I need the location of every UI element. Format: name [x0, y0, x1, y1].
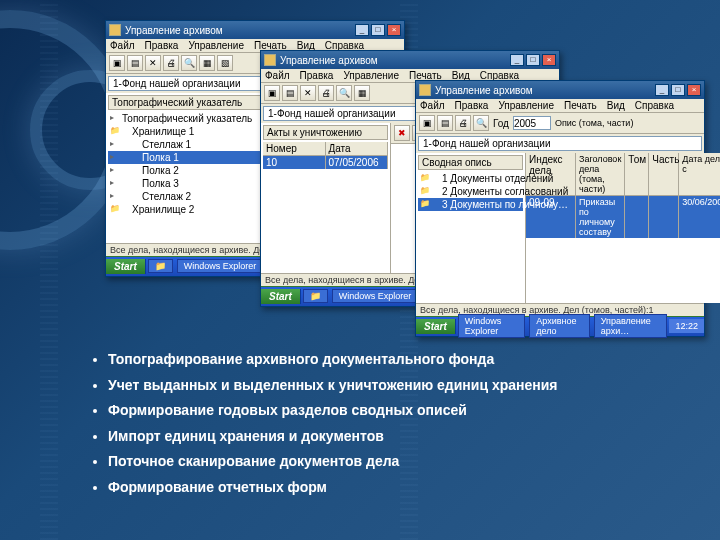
- sidebar-title: Сводная опись: [418, 155, 523, 170]
- taskbar-task[interactable]: Windows Explorer: [458, 314, 525, 338]
- menu-edit[interactable]: Правка: [145, 40, 179, 51]
- titlebar[interactable]: Управление архивом _ □ ×: [106, 21, 404, 39]
- toolbar-button[interactable]: ▣: [109, 55, 125, 71]
- cell-number: 10: [263, 156, 326, 169]
- find-icon[interactable]: 🔍: [473, 115, 489, 131]
- year-input[interactable]: [513, 116, 551, 130]
- maximize-button[interactable]: □: [671, 84, 685, 96]
- toolbar-button[interactable]: 🖨: [163, 55, 179, 71]
- toolbar: ▣ ▤ 🖨 🔍 Год Опис (тома, части): [416, 113, 704, 134]
- col-part[interactable]: Часть: [649, 153, 679, 195]
- list-item: Формирование отчетных форм: [108, 478, 650, 498]
- sidebar: Сводная опись 1 Документы отделений 2 До…: [416, 153, 526, 303]
- taskbar-task[interactable]: Архивное дело: [529, 314, 589, 338]
- col-date[interactable]: Дата дела с: [679, 153, 720, 195]
- list-item: Импорт единиц хранения и документов: [108, 427, 650, 447]
- app-icon: [264, 54, 276, 66]
- list-item: Учет выданных и выделенных к уничтожению…: [108, 376, 650, 396]
- tree-item[interactable]: 1 Документы отделений: [418, 172, 523, 185]
- opis-label: Опис (тома, части): [555, 118, 633, 128]
- main-area: Индекс дела Заголовок дела (тома, части)…: [526, 153, 720, 303]
- col-number[interactable]: Номер: [263, 142, 326, 155]
- find-icon[interactable]: 🔍: [181, 55, 197, 71]
- cell-part: [649, 196, 679, 238]
- sidebar-title: Акты к уничтожению: [263, 125, 388, 140]
- menu-manage[interactable]: Управление: [188, 40, 244, 51]
- col-tom[interactable]: Том: [625, 153, 649, 195]
- feature-list: Топографирование архивного документально…: [90, 350, 650, 504]
- menu-edit[interactable]: Правка: [455, 100, 489, 111]
- minimize-button[interactable]: _: [655, 84, 669, 96]
- app-icon: [109, 24, 121, 36]
- taskbar-task[interactable]: Windows Explorer: [332, 289, 419, 303]
- tree-item[interactable]: 2 Документы согласований: [418, 185, 523, 198]
- taskbar-task[interactable]: Управление архи…: [594, 314, 668, 338]
- menu-manage[interactable]: Управление: [498, 100, 554, 111]
- menu-print[interactable]: Печать: [564, 100, 597, 111]
- taskbar-task[interactable]: Windows Explorer: [177, 259, 264, 273]
- window-title: Управление архивом: [125, 25, 223, 36]
- toolbar-button[interactable]: ▦: [199, 55, 215, 71]
- titlebar[interactable]: Управление архивом _ □ ×: [261, 51, 559, 69]
- toolbar-button[interactable]: ✕: [145, 55, 161, 71]
- toolbar-button[interactable]: ▣: [264, 85, 280, 101]
- cell-tom: [625, 196, 649, 238]
- list-item: Топографирование архивного документально…: [108, 350, 650, 370]
- col-date[interactable]: Дата: [326, 142, 389, 155]
- toolbar-button[interactable]: ✕: [300, 85, 316, 101]
- toolbar-button[interactable]: ▦: [354, 85, 370, 101]
- taskbar-task[interactable]: 📁: [148, 259, 173, 273]
- menubar: Файл Правка Управление Печать Вид Справк…: [416, 99, 704, 113]
- sidebar: Акты к уничтожению Номер Дата 10 07/05/2…: [261, 123, 391, 273]
- clock: 12:22: [669, 319, 704, 333]
- toolbar-button[interactable]: 🖨: [455, 115, 471, 131]
- close-button[interactable]: ×: [387, 24, 401, 36]
- maximize-button[interactable]: □: [526, 54, 540, 66]
- breadcrumb: 1-Фонд нашей организации: [418, 136, 702, 151]
- window-title: Управление архивом: [435, 85, 533, 96]
- col-title[interactable]: Заголовок дела (тома, части): [576, 153, 625, 195]
- list-item: Формирование годовых разделов сводных оп…: [108, 401, 650, 421]
- taskbar-task[interactable]: 📁: [303, 289, 328, 303]
- delete-icon[interactable]: ✖: [394, 125, 410, 141]
- menu-file[interactable]: Файл: [265, 70, 290, 81]
- app-icon: [419, 84, 431, 96]
- menu-view[interactable]: Вид: [607, 100, 625, 111]
- menu-edit[interactable]: Правка: [300, 70, 334, 81]
- toolbar-button[interactable]: ▤: [437, 115, 453, 131]
- window-title: Управление архивом: [280, 55, 378, 66]
- menu-file[interactable]: Файл: [110, 40, 135, 51]
- toolbar-button[interactable]: ▤: [127, 55, 143, 71]
- tree-item-selected[interactable]: 3 Документы по личному…: [418, 198, 523, 211]
- cell-date: 30/06/2005: [679, 196, 720, 238]
- table-row[interactable]: 10 07/05/2006: [263, 156, 388, 169]
- menu-manage[interactable]: Управление: [343, 70, 399, 81]
- toolbar-button[interactable]: ▧: [217, 55, 233, 71]
- menu-file[interactable]: Файл: [420, 100, 445, 111]
- taskbar: Start Windows Explorer Архивное дело Упр…: [416, 316, 704, 336]
- toolbar-button[interactable]: 🖨: [318, 85, 334, 101]
- close-button[interactable]: ×: [687, 84, 701, 96]
- menu-help[interactable]: Справка: [635, 100, 674, 111]
- titlebar[interactable]: Управление архивом _ □ ×: [416, 81, 704, 99]
- minimize-button[interactable]: _: [510, 54, 524, 66]
- find-icon[interactable]: 🔍: [336, 85, 352, 101]
- list-item: Поточное сканирование документов дела: [108, 452, 650, 472]
- cell-title: Приказы по личному составу: [576, 196, 625, 238]
- toolbar-button[interactable]: ▤: [282, 85, 298, 101]
- year-label: Год: [493, 118, 509, 129]
- start-button[interactable]: Start: [106, 259, 146, 274]
- start-button[interactable]: Start: [261, 289, 301, 304]
- close-button[interactable]: ×: [542, 54, 556, 66]
- cell-date: 07/05/2006: [326, 156, 389, 169]
- toolbar-button[interactable]: ▣: [419, 115, 435, 131]
- window-summary-inventory: Управление архивом _ □ × Файл Правка Упр…: [415, 80, 705, 337]
- maximize-button[interactable]: □: [371, 24, 385, 36]
- start-button[interactable]: Start: [416, 319, 456, 334]
- minimize-button[interactable]: _: [355, 24, 369, 36]
